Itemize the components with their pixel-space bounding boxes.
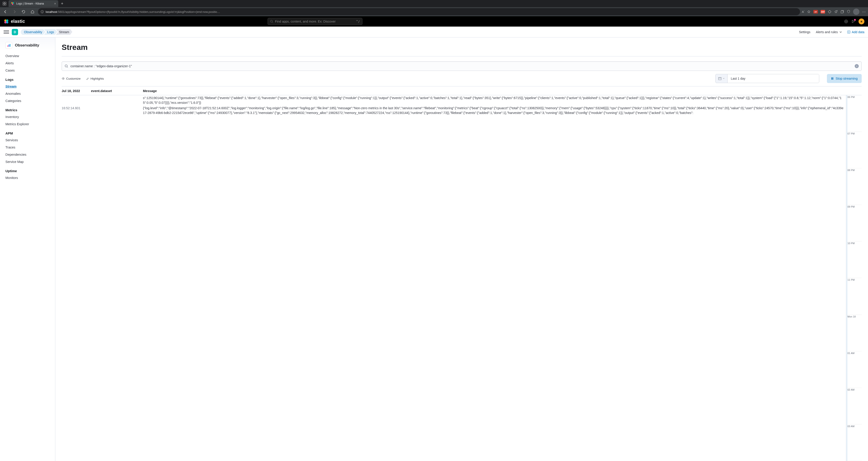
plus-box-icon: [847, 30, 850, 34]
main-content: Stream × Customize Highlights Last 1 day: [55, 37, 868, 461]
sidebar-group: APM: [0, 128, 55, 136]
address-bar[interactable]: localhost:5601/app/logs/stream?flyoutOpt…: [38, 8, 800, 15]
calendar-button[interactable]: [716, 74, 727, 83]
svg-rect-3: [5, 4, 6, 5]
collections-icon[interactable]: [840, 10, 844, 13]
elastic-logo[interactable]: elastic: [4, 19, 25, 24]
log-message: s":125190144},"runtime":{"goroutines":73…: [143, 96, 846, 105]
svg-point-27: [65, 65, 67, 67]
svg-point-16: [6, 21, 8, 24]
settings-link[interactable]: Settings: [799, 30, 810, 34]
observability-icon: [5, 42, 12, 49]
svg-rect-30: [718, 77, 721, 80]
shield-icon[interactable]: [847, 10, 850, 13]
query-input[interactable]: [70, 64, 852, 68]
sidebar-title: Observability: [15, 43, 39, 47]
sidebar-group: Metrics: [0, 104, 55, 113]
reader-icon[interactable]: A⁾: [802, 10, 804, 13]
tab-title: Logs | Stream - Kibana: [16, 2, 44, 5]
calendar-icon: [718, 77, 721, 80]
sidebar-item-anomalies[interactable]: Anomalies: [0, 90, 55, 97]
tab-overview-icon[interactable]: [1, 0, 8, 7]
new-tab-button[interactable]: +: [59, 1, 65, 6]
newsfeed-icon[interactable]: [851, 20, 855, 24]
space-selector[interactable]: D: [12, 29, 18, 35]
sidebar-group: Logs: [0, 74, 55, 83]
sidebar-item-overview[interactable]: Overview: [0, 52, 55, 60]
sidebar-item-monitors[interactable]: Monitors: [0, 174, 55, 182]
sidebar-item-stream[interactable]: Stream: [0, 83, 55, 90]
eye-icon: [62, 77, 65, 80]
column-header-date: Jul 18, 2022: [62, 89, 91, 93]
svg-line-28: [67, 67, 68, 67]
breadcrumb-observability[interactable]: Observability: [21, 29, 45, 35]
more-menu-icon[interactable]: ⋯: [862, 10, 866, 14]
time-range-value[interactable]: Last 1 day: [727, 74, 819, 83]
back-button[interactable]: [2, 8, 9, 15]
sidebar-item-service-map[interactable]: Service Map: [0, 158, 55, 165]
log-row[interactable]: 16:52:14.601{"log.level":"info","@timest…: [62, 105, 846, 116]
timeline-tick: 08 PM: [846, 168, 862, 205]
log-row[interactable]: s":125190144},"runtime":{"goroutines":73…: [62, 95, 846, 105]
svg-point-19: [844, 20, 848, 23]
highlight-icon: [86, 77, 89, 80]
log-dataset: [91, 96, 143, 105]
ublock-extension-icon[interactable]: uD: [813, 10, 818, 13]
log-message: {"log.level":"info","@timestamp":"2022-0…: [143, 106, 846, 115]
log-minimap[interactable]: 06 PM07 PM08 PM09 PM10 PM11 PMMon 1801 A…: [846, 95, 862, 461]
profile-button[interactable]: [853, 8, 860, 15]
pause-icon: [831, 77, 834, 80]
sidebar-group: Uptime: [0, 165, 55, 174]
favorite-icon[interactable]: [807, 10, 811, 13]
svg-rect-12: [841, 11, 843, 13]
svg-rect-32: [831, 77, 832, 80]
column-header-dataset: event.dataset: [91, 89, 143, 93]
svg-rect-24: [7, 45, 8, 47]
sidebar-item-inventory[interactable]: Inventory: [0, 113, 55, 121]
svg-rect-26: [10, 44, 10, 47]
breadcrumb-logs[interactable]: Logs: [44, 29, 57, 35]
sidebar-item-alerts[interactable]: Alerts: [0, 60, 55, 67]
kibana-global-search[interactable]: Find apps, content, and more. Ex: Discov…: [268, 18, 363, 25]
timeline-tick: 11 PM: [846, 278, 862, 315]
sidebar-item-metrics-explorer[interactable]: Metrics Explorer: [0, 121, 55, 128]
reload-button[interactable]: [20, 8, 27, 15]
svg-point-17: [270, 20, 272, 22]
page-title: Stream: [62, 43, 862, 52]
svg-rect-1: [5, 2, 6, 3]
time-range-picker[interactable]: Last 1 day: [715, 74, 819, 83]
browser-tab[interactable]: Logs | Stream - Kibana ×: [8, 0, 58, 7]
log-query-bar[interactable]: ×: [62, 61, 862, 71]
customize-button[interactable]: Customize: [62, 77, 81, 80]
stop-streaming-button[interactable]: Stop streaming: [827, 74, 862, 83]
help-icon[interactable]: [844, 20, 848, 24]
home-button[interactable]: [29, 8, 36, 15]
abp-extension-icon[interactable]: ABP: [820, 10, 825, 13]
sidebar-item-dependencies[interactable]: Dependencies: [0, 151, 55, 158]
nav-toggle-button[interactable]: [4, 29, 9, 35]
timeline-tick: 02 AM: [846, 388, 862, 424]
svg-point-5: [13, 2, 14, 4]
svg-rect-33: [833, 77, 833, 80]
close-tab-icon[interactable]: ×: [54, 2, 56, 5]
timeline-tick: 03 AM: [846, 424, 862, 461]
sidebar-item-categories[interactable]: Categories: [0, 97, 55, 104]
kibana-favicon: [11, 2, 14, 5]
elastic-wordmark: elastic: [11, 19, 25, 24]
sidebar-item-traces[interactable]: Traces: [0, 144, 55, 151]
extensions-icon[interactable]: [828, 10, 831, 13]
app-sub-header: D Observability Logs Stream Settings Ale…: [0, 27, 868, 37]
search-shortcut-hint: ^/: [356, 20, 360, 23]
log-timestamp: [62, 96, 91, 105]
alerts-rules-dropdown[interactable]: Alerts and rules: [816, 30, 842, 34]
favorites-bar-icon[interactable]: [834, 10, 838, 13]
sidebar-item-cases[interactable]: Cases: [0, 67, 55, 74]
clear-query-button[interactable]: ×: [855, 64, 859, 68]
sidebar-item-services[interactable]: Services: [0, 136, 55, 144]
add-data-link[interactable]: Add data: [847, 30, 864, 34]
breadcrumb: Observability Logs Stream: [21, 29, 72, 35]
user-avatar[interactable]: e: [859, 19, 864, 24]
svg-point-6: [12, 4, 13, 5]
elastic-mark-icon: [4, 19, 9, 24]
highlights-button[interactable]: Highlights: [86, 77, 104, 80]
